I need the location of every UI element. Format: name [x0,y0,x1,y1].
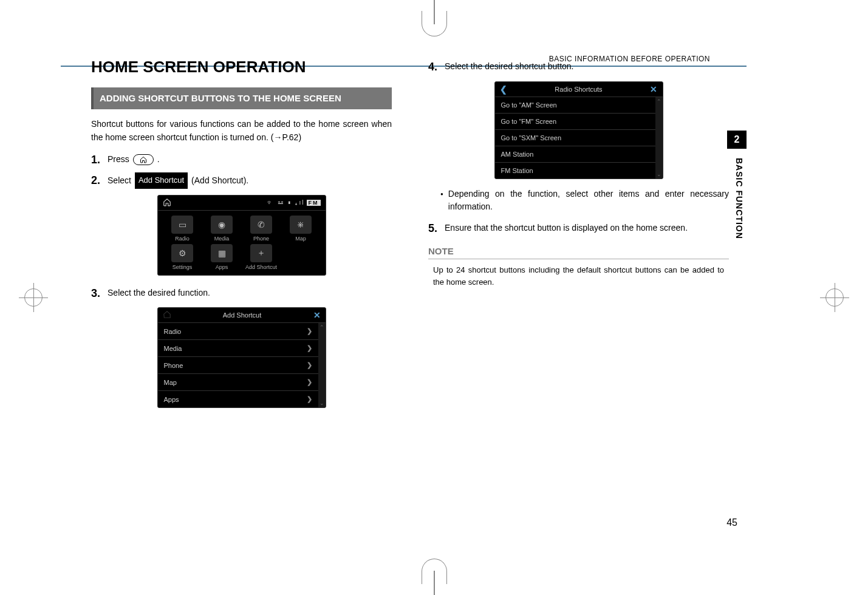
list-item: Apps❯ [158,391,318,407]
list-item: Media❯ [158,340,318,357]
crop-mark [825,288,844,307]
chevron-right-icon: ❯ [307,361,312,369]
chapter-tab: 2 [727,131,747,149]
step-text: Press [108,152,129,167]
app-tile-add-shortcut: ＋Add Shortcut [243,244,280,270]
page-title: HOME SCREEN OPERATION [91,58,392,76]
step-number: 4. [428,58,437,76]
gear-icon: ⚙ [171,244,193,262]
step-2: 2. Select Add Shortcut (Add Shortcut). [91,171,392,190]
dialog-title: Add Shortcut [223,311,262,319]
step-text: (Add Shortcut). [191,174,248,188]
step-number: 3. [91,284,100,303]
chevron-down-icon: ⌄ [657,171,661,177]
list-item: Map❯ [158,374,318,391]
home-icon-dim [163,310,171,320]
note-heading: NOTE [428,246,729,259]
app-tile-radio: ▭Radio [164,216,201,242]
list-item: Radio❯ [158,323,318,340]
chevron-right-icon: ❯ [307,378,312,386]
back-icon: ❮ [500,84,507,94]
media-icon: ◉ [211,216,233,234]
add-shortcut-label: Add Shortcut [135,172,188,188]
step-3: 3. Select the desired function. [91,284,392,303]
apps-icon: ▦ [211,244,233,262]
step-text: Select the desired function. [108,286,210,301]
step-text: Select the desired shortcut button. [445,59,573,74]
chapter-label: BASIC FUNCTION [734,158,744,239]
add-shortcut-screenshot: Add Shortcut ✕ Radio❯ Media❯ Phone❯ Map❯… [157,307,326,408]
step-4: 4. Select the desired shortcut button. [428,58,729,76]
step-5: 5. Ensure that the shortcut button is di… [428,219,729,238]
app-tile-media: ◉Media [203,216,241,242]
phone-icon: ✆ [250,216,272,234]
section-heading: ADDING SHORTCUT BUTTONS TO THE HOME SCRE… [91,87,392,109]
radio-icon: ▭ [171,216,193,234]
dialog-title: Radio Shortcuts [555,86,602,93]
scrollbar: ⌃⌄ [318,323,326,407]
list-item: Phone❯ [158,357,318,374]
step-text: Select [108,174,131,188]
app-tile-settings: ⚙Settings [164,244,201,270]
home-button-icon [133,154,154,165]
home-icon [163,198,171,208]
step-4-bullet: Depending on the function, select other … [440,188,729,213]
list-item: Go to "FM" Screen [495,114,655,130]
crop-mark [24,288,43,307]
intro-paragraph: Shortcut buttons for various functions c… [91,118,392,144]
page-number: 45 [726,517,737,528]
step-number: 1. [91,151,100,169]
chevron-right-icon: ❯ [307,395,312,403]
list-item: Go to "SXM" Screen [495,130,655,146]
home-screen-screenshot: ᯤ ⚍ ▮ ₊ılFM ▭Radio ◉Media ✆Phone ⛯Map ⚙S… [157,195,326,276]
crop-mark [422,11,447,36]
close-icon: ✕ [313,310,321,320]
app-tile-apps: ▦Apps [203,244,241,270]
plus-icon: ＋ [250,244,272,262]
note-body: Up to 24 shortcut buttons including the … [428,264,729,288]
map-icon: ⛯ [290,216,312,234]
scrollbar: ⌃⌄ [655,97,663,178]
right-column: 4. Select the desired shortcut button. ❮… [428,49,729,522]
close-icon: ✕ [650,84,657,94]
chevron-right-icon: ❯ [307,327,312,335]
list-item: Go to "AM" Screen [495,97,655,114]
crop-mark [422,559,447,584]
period: . [157,152,160,167]
list-item: AM Station [495,146,655,163]
app-tile-map: ⛯Map [282,216,320,242]
radio-shortcuts-screenshot: ❮ Radio Shortcuts ✕ Go to "AM" Screen Go… [494,81,663,179]
chevron-right-icon: ❯ [307,344,312,352]
step-number: 5. [428,219,437,238]
left-column: HOME SCREEN OPERATION ADDING SHORTCUT BU… [91,49,392,522]
status-icons: ᯤ ⚍ ▮ ₊ılFM [267,199,320,206]
chevron-up-icon: ⌃ [657,98,661,104]
app-tile-phone: ✆Phone [243,216,280,242]
chevron-up-icon: ⌃ [320,324,324,330]
step-1: 1. Press . [91,151,392,169]
list-item: FM Station [495,163,655,178]
chevron-down-icon: ⌄ [320,400,324,406]
step-text: Ensure that the shortcut button is displ… [445,221,729,236]
step-number: 2. [91,171,100,190]
